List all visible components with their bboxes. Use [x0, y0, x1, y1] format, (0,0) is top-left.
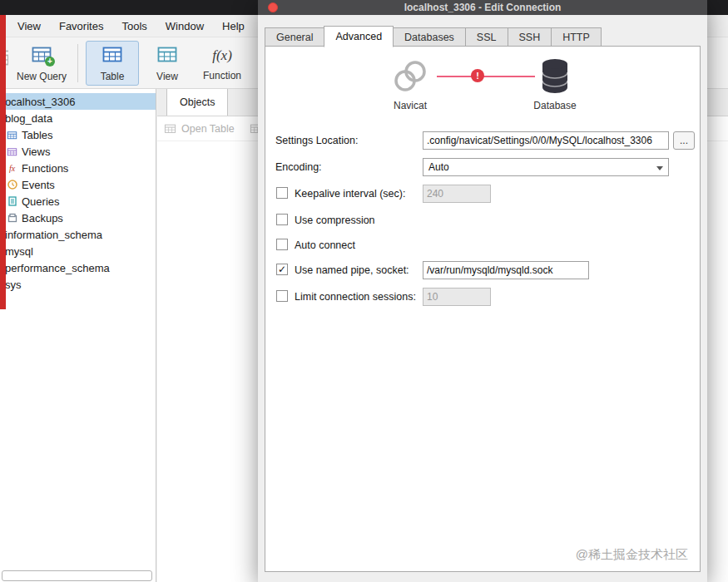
menu-window[interactable]: Window	[156, 20, 213, 32]
limit-sessions-input[interactable]	[423, 288, 491, 306]
connection-diagram: Navicat ! Database	[382, 58, 598, 121]
sidebar-item-label: Events	[22, 179, 55, 191]
settings-location-input[interactable]	[423, 131, 669, 150]
sidebar-item-label: Backups	[22, 212, 63, 224]
function-icon: f(x)	[212, 45, 232, 67]
sidebar-item-label: performance_schema	[5, 262, 110, 274]
dialog-tab-bar: GeneralAdvancedDatabasesSSLSSHHTTP	[265, 26, 707, 47]
dialog-tab-advanced[interactable]: Advanced	[324, 26, 394, 47]
sidebar-item-views[interactable]: Views	[0, 143, 156, 160]
open-table-icon	[164, 122, 176, 135]
toolbar-button-label: New Query	[17, 71, 67, 82]
sidebar-item-tables[interactable]: Tables	[0, 126, 156, 143]
events-icon	[7, 180, 17, 190]
views-icon	[7, 146, 17, 157]
encoding-value: Auto	[428, 161, 449, 173]
named-pipe-checkbox[interactable]: ✓	[276, 264, 288, 275]
close-icon[interactable]	[268, 2, 278, 12]
watermark: @稀土掘金技术社区	[576, 547, 688, 563]
named-pipe-label: Use named pipe, socket:	[295, 264, 409, 276]
connection-tree-sidebar: localhost_3306blog_dataTablesViewsfxFunc…	[0, 89, 156, 582]
toolbar-button-function[interactable]: f(x)Function	[196, 41, 249, 86]
sidebar-item-label: blog_data	[5, 112, 52, 125]
tab-objects[interactable]: Objects	[166, 89, 228, 116]
sidebar-item-functions[interactable]: fxFunctions	[0, 160, 156, 176]
browse-button[interactable]: ...	[673, 131, 695, 150]
edit-connection-dialog: localhost_3306 - Edit Connection General…	[258, 0, 707, 582]
settings-location-label: Settings Location:	[275, 135, 358, 146]
encoding-dropdown[interactable]: Auto	[423, 158, 669, 176]
named-pipe-input[interactable]	[423, 261, 589, 279]
database-icon	[538, 57, 572, 100]
connection-line	[437, 76, 535, 77]
toolbar-button-label: Table	[101, 71, 125, 82]
use-compression-label: Use compression	[295, 215, 375, 226]
sidebar-item-label: Views	[22, 146, 50, 158]
menu-view[interactable]: View	[8, 20, 50, 32]
dialog-tab-ssh[interactable]: SSH	[508, 27, 552, 47]
sidebar-item-mysql[interactable]: mysql	[0, 243, 156, 259]
dialog-tab-databases[interactable]: Databases	[393, 27, 466, 47]
sidebar-horizontal-scrollbar[interactable]	[2, 570, 152, 581]
diagram-source-label: Navicat	[382, 100, 438, 111]
sidebar-item-label: Tables	[22, 129, 53, 141]
sidebar-item-information-schema[interactable]: information_schema	[0, 226, 156, 243]
toolbar-button-view[interactable]: View	[141, 41, 194, 86]
sidebar-item-label: sys	[5, 279, 22, 291]
sidebar-item-localhost-3306[interactable]: localhost_3306	[0, 93, 156, 110]
sidebar-item-label: information_schema	[5, 229, 102, 241]
sidebar-item-label: Queries	[22, 195, 60, 208]
tab-objects-label: Objects	[180, 96, 215, 108]
toolbar-button-label: View	[156, 71, 178, 82]
sidebar-item-label: localhost_3306	[2, 96, 75, 108]
use-compression-checkbox[interactable]	[276, 214, 288, 225]
auto-connect-label: Auto connect	[295, 239, 355, 251]
limit-sessions-checkbox[interactable]	[276, 290, 288, 302]
sidebar-item-performance-schema[interactable]: performance_schema	[0, 259, 156, 276]
view-icon	[156, 43, 178, 67]
sidebar-item-events[interactable]: Events	[0, 176, 156, 193]
auto-connect-checkbox[interactable]	[276, 239, 288, 250]
sidebar-item-blog-data[interactable]: blog_data	[0, 110, 156, 126]
dialog-tab-ssl[interactable]: SSL	[465, 27, 508, 47]
dialog-tab-http[interactable]: HTTP	[551, 27, 602, 47]
sidebar-item-sys[interactable]: sys	[0, 276, 156, 293]
new-query-icon: +	[31, 43, 52, 67]
diagram-target-label: Database	[513, 100, 597, 111]
chevron-down-icon	[656, 166, 663, 170]
sidebar-item-label: Functions	[22, 162, 68, 175]
red-edge-strip	[0, 15, 6, 309]
dialog-title: localhost_3306 - Edit Connection	[404, 2, 562, 13]
encoding-label: Encoding:	[275, 161, 322, 173]
menu-help[interactable]: Help	[213, 20, 254, 32]
sidebar-item-label: mysql	[5, 245, 33, 258]
toolbar-button-table[interactable]: Table	[86, 41, 139, 86]
navicat-logo-icon	[392, 58, 428, 98]
toolbar-button-new-query[interactable]: +New Query	[15, 41, 68, 86]
tables-icon	[7, 130, 17, 141]
dialog-panel: Navicat ! Database Settings Location: ..…	[265, 46, 701, 572]
open-table-button[interactable]: Open Table	[181, 123, 235, 135]
keepalive-label: Keepalive interval (sec):	[295, 188, 405, 200]
menu-tools[interactable]: Tools	[112, 20, 156, 32]
plus-icon: +	[45, 57, 55, 67]
queries-icon	[7, 196, 17, 207]
sidebar-item-queries[interactable]: Queries	[0, 193, 156, 210]
table-icon	[102, 43, 123, 67]
menu-favorites[interactable]: Favorites	[50, 20, 112, 32]
functions-icon: fx	[7, 163, 17, 174]
backups-icon	[7, 213, 17, 224]
limit-sessions-label: Limit connection sessions:	[295, 291, 416, 303]
keepalive-checkbox[interactable]	[276, 187, 288, 199]
sidebar-item-backups[interactable]: Backups	[0, 210, 156, 226]
toolbar-separator	[77, 44, 78, 82]
dialog-tab-general[interactable]: General	[265, 27, 324, 47]
dialog-titlebar[interactable]: localhost_3306 - Edit Connection	[258, 0, 707, 15]
toolbar-button-label: Function	[203, 70, 241, 81]
keepalive-input[interactable]	[423, 185, 491, 203]
connection-error-icon: !	[471, 69, 484, 82]
